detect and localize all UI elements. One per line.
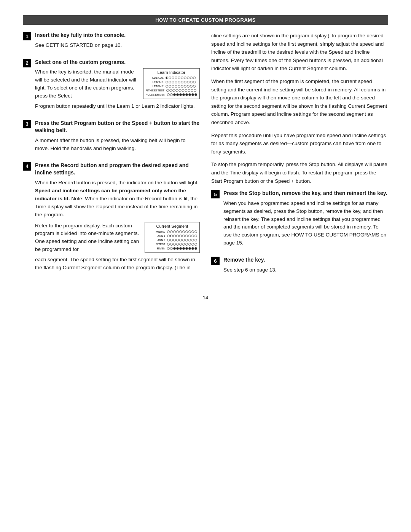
- dot: [191, 93, 194, 96]
- dot: [173, 230, 176, 233]
- current-segment-title: Current Segment: [147, 224, 197, 228]
- current-segment-diagram: Current Segment MNUAL: [145, 222, 200, 253]
- dot: [167, 243, 170, 246]
- dot: [185, 247, 188, 250]
- dot: [181, 77, 183, 79]
- left-column: 1 Insert the key fully into the console.…: [23, 32, 200, 283]
- dot: [182, 247, 185, 250]
- dot: [166, 77, 168, 79]
- dot: [181, 85, 183, 88]
- dot: [179, 239, 182, 241]
- dot: [175, 89, 178, 92]
- cs-dots-3: [167, 239, 197, 241]
- cs-label-5: RIVEN: [147, 247, 166, 250]
- cs-label-4: S TEST: [147, 243, 166, 246]
- right-column: cline settings are not shown in the prog…: [211, 32, 388, 283]
- dot: [188, 247, 191, 250]
- dot: [170, 247, 173, 250]
- step-3-number: 3: [23, 120, 31, 128]
- dot: [187, 85, 190, 88]
- dot: [176, 247, 179, 250]
- step-6-number: 6: [211, 257, 220, 265]
- dot: [173, 239, 176, 241]
- dot: [166, 85, 168, 88]
- dot: [170, 93, 173, 96]
- dots-pulse: [167, 93, 197, 96]
- dot: [172, 85, 174, 88]
- dot: [175, 77, 177, 79]
- diagram-label-pulse: PULSE DRIVEN: [146, 93, 166, 96]
- step-5: 5 Press the Stop button, remove the key,…: [211, 190, 388, 250]
- right-para-4: To stop the program temporarily, press t…: [211, 160, 388, 185]
- cs-dots-4: [167, 243, 197, 246]
- diagram-row-learn1: LEARN 1: [146, 80, 197, 84]
- step-1-title: Insert the key fully into the console.: [35, 32, 200, 39]
- dots-learn2: [166, 85, 196, 88]
- learn-indicator-diagram: Learn Indicator MANUAL: [143, 68, 200, 99]
- step-3-title: Press the Start Program button or the Sp…: [35, 120, 200, 134]
- step-2-body-1: When the key is inserted, the manual mod…: [35, 69, 136, 99]
- dot: [187, 81, 190, 83]
- cs-row-3: ARN 2: [147, 238, 197, 242]
- dot: [172, 89, 175, 92]
- dot: [175, 85, 177, 88]
- dot: [172, 81, 174, 83]
- step-4-title: Press the Record button and program the …: [35, 162, 200, 177]
- step-2-content: Select one of the custom programs. When …: [35, 59, 200, 113]
- step-2: 2 Select one of the custom programs. Whe…: [23, 59, 200, 113]
- step-4-inline-text-1: Refer to the program display. Each custo…: [35, 223, 139, 252]
- cs-row-1: MNUAL: [147, 230, 197, 233]
- dot: [191, 247, 194, 250]
- step-6-content: Remove the key. See step 6 on page 13.: [223, 256, 388, 277]
- dot: [166, 81, 168, 83]
- dot: [194, 239, 197, 241]
- dot: [188, 230, 191, 233]
- dot: [194, 247, 197, 250]
- step-2-title: Select one of the custom programs.: [35, 59, 200, 66]
- step-1: 1 Insert the key fully into the console.…: [23, 32, 200, 53]
- dot: [179, 235, 182, 237]
- dot: [167, 247, 170, 250]
- step-4-body-cont: each segment. The speed setting for the …: [35, 256, 200, 272]
- step-2-body-2: Program button repeatedly until the Lear…: [35, 102, 200, 110]
- dot: [169, 81, 171, 83]
- diagram-label-fitness: FITNESS TEST: [146, 89, 166, 92]
- step-5-content: Press the Stop button, remove the key, a…: [223, 190, 388, 250]
- dot: [188, 89, 190, 92]
- dot: [190, 81, 193, 83]
- dot: [179, 243, 182, 246]
- step-6-title: Remove the key.: [223, 256, 388, 264]
- learn-indicator-title: Learn Indicator: [146, 70, 197, 75]
- dot: [173, 235, 176, 237]
- dot: [172, 77, 174, 79]
- dot: [190, 77, 193, 79]
- dot: [188, 243, 191, 246]
- step-1-content: Insert the key fully into the console. S…: [35, 32, 200, 53]
- dot: [184, 77, 186, 79]
- step-2-inline-diagram: When the key is inserted, the manual mod…: [35, 68, 200, 100]
- step-5-title: Press the Stop button, remove the key, a…: [223, 190, 388, 197]
- step-3-content: Press the Start Program button or the Sp…: [35, 120, 200, 156]
- dots-manual: [166, 77, 196, 79]
- right-para-1: cline settings are not shown in the prog…: [211, 32, 388, 73]
- dot: [176, 93, 179, 96]
- dot: [182, 235, 185, 237]
- diagram-row-manual: MANUAL: [146, 76, 197, 80]
- step-5-body: When you have programmed speed and incli…: [223, 200, 388, 248]
- dot: [178, 89, 181, 92]
- cs-dots-1: [167, 230, 197, 233]
- dot: [185, 230, 188, 233]
- dot: [181, 81, 183, 83]
- dot: [194, 93, 197, 96]
- dot: [191, 243, 194, 246]
- dot: [169, 85, 171, 88]
- dot: [188, 235, 191, 237]
- dot: [194, 89, 196, 92]
- dot: [194, 243, 197, 246]
- dot: [178, 85, 180, 88]
- dot: [176, 235, 179, 237]
- step-4: 4 Press the Record button and program th…: [23, 162, 200, 275]
- step-2-number: 2: [23, 59, 31, 67]
- dot: [185, 243, 188, 246]
- dot: [193, 77, 196, 79]
